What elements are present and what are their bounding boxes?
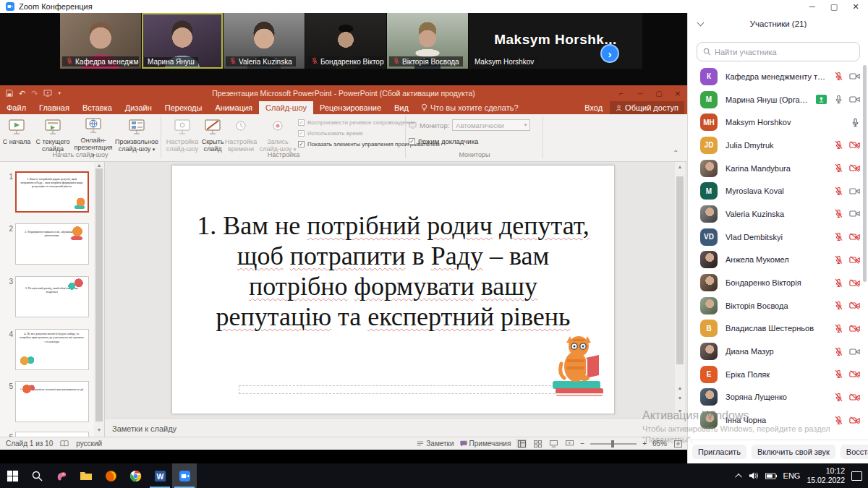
tell-me-box[interactable]: Что вы хотите сделать? xyxy=(415,101,524,114)
comments-toggle[interactable]: Примечания xyxy=(460,440,511,448)
previous-slide-icon[interactable]: ▲ xyxy=(675,385,685,392)
search-taskbar-icon[interactable] xyxy=(25,463,49,488)
zoom-taskbar-icon[interactable] xyxy=(172,463,197,488)
ribbon-checkbox[interactable]: ✓Использовать время xyxy=(298,130,363,137)
slide-thumbnail[interactable]: 3. Несцілений досвід, який обов'язково щ… xyxy=(15,276,89,317)
tab-слайд-шоу[interactable]: Слайд-шоу xyxy=(259,101,313,114)
save-icon[interactable] xyxy=(6,90,13,97)
tab-рецензирование[interactable]: Рецензирование xyxy=(313,101,388,114)
scroll-down-icon[interactable]: ▼ xyxy=(94,427,104,434)
slide-scrollbar[interactable]: ▲ ▲ ▼ ▼ xyxy=(675,162,685,418)
video-tile[interactable]: Бондаренко Вікторія xyxy=(305,13,386,69)
redo-icon[interactable]: ↷ xyxy=(31,89,38,98)
slide-thumbnail[interactable]: 1. Вам не потрібний родич депутат, щоб п… xyxy=(15,171,89,213)
zoom-level[interactable]: 65% xyxy=(652,440,667,448)
next-slide-icon[interactable]: ▼ xyxy=(675,395,685,402)
tab-файл[interactable]: Файл xyxy=(0,101,33,114)
participants-scrollbar[interactable] xyxy=(863,65,867,282)
ppt-close-button[interactable]: ✕ xyxy=(668,85,687,101)
slideshow-view-button[interactable] xyxy=(564,439,574,448)
participant-row[interactable]: MMyroslava Koval xyxy=(688,179,868,202)
slide-title-text[interactable]: 1. Вам не потрібний родич депутат, щоб п… xyxy=(192,210,594,332)
zoom-out-button[interactable]: − xyxy=(580,440,584,448)
maximize-button[interactable]: ▢ xyxy=(823,0,845,13)
tab-вид[interactable]: Вид xyxy=(388,101,415,114)
monitor-dropdown[interactable]: Автоматически▾ xyxy=(452,119,530,131)
participant-row[interactable]: ЕЕріка Поляк xyxy=(688,363,868,386)
language-tray-indicator[interactable]: ENG xyxy=(783,471,801,480)
tab-дизайн[interactable]: Дизайн xyxy=(119,101,158,114)
paint3d-taskbar-icon[interactable] xyxy=(49,463,74,488)
slide-thumbnail[interactable]: 2. Формування навколо себе «бульбашки» з… xyxy=(15,223,89,265)
ppt-minimize-button[interactable]: ─ xyxy=(631,85,650,101)
zoom-slider-thumb[interactable] xyxy=(611,440,614,448)
sign-in-button[interactable]: Вход xyxy=(584,103,603,112)
start-slideshow-icon[interactable] xyxy=(43,90,52,97)
proofing-icon[interactable] xyxy=(60,440,69,448)
close-button[interactable]: ✕ xyxy=(845,0,867,13)
minimize-button[interactable]: ─ xyxy=(801,0,823,13)
presenter-mode-checkbox[interactable]: ✓ Режим докладчика xyxy=(409,137,478,145)
participant-row[interactable]: ККафедра менеджменту та ад... (Я) xyxy=(688,65,868,88)
current-slide[interactable]: 1. Вам не потрібний родич депутат, щоб п… xyxy=(171,165,615,414)
notes-pane[interactable]: Заметки к слайду xyxy=(105,418,687,438)
tab-вставка[interactable]: Вставка xyxy=(76,101,119,114)
video-tile[interactable]: Maksym Horshk...Maksym Horshkov xyxy=(469,13,642,69)
unmute-button[interactable]: Включить свой звук xyxy=(752,445,835,459)
qat-customize-icon[interactable]: ▾ xyxy=(58,90,61,96)
participant-row[interactable]: Анжела Мукомел xyxy=(688,249,868,272)
share-button[interactable]: Общий доступ xyxy=(610,101,684,114)
participant-row[interactable]: Інна Чорна xyxy=(688,408,868,432)
video-tile[interactable]: Вікторія Воєвода xyxy=(387,13,468,69)
next-gallery-page-button[interactable]: › xyxy=(600,44,619,63)
firefox-taskbar-icon[interactable] xyxy=(98,463,123,488)
participant-row[interactable]: Диана Мазур xyxy=(688,340,868,363)
language-indicator[interactable]: русский xyxy=(76,440,102,448)
participant-row[interactable]: ММарина Януш (Организатор) xyxy=(688,88,868,111)
ribbon-display-options-icon[interactable]: ⌐ xyxy=(612,85,631,101)
slide-thumbnail[interactable] xyxy=(15,432,89,437)
participant-row[interactable]: MHMaksym Horshkov xyxy=(688,111,868,134)
participant-row[interactable]: Valeria Kuzinska xyxy=(688,202,868,226)
invite-button[interactable]: Пригласить xyxy=(692,445,746,459)
word-taskbar-icon[interactable]: W xyxy=(148,463,172,488)
participant-search-input[interactable]: Найти участника xyxy=(697,42,860,61)
participant-row[interactable]: Бондаренко Вікторія xyxy=(688,271,868,294)
chrome-taskbar-icon[interactable] xyxy=(123,463,148,488)
collapse-ribbon-icon[interactable]: ⌃ xyxy=(673,149,678,157)
notes-toggle[interactable]: Заметки xyxy=(417,440,454,448)
ppt-maximize-button[interactable]: ▢ xyxy=(650,85,668,101)
slide-thumbnail[interactable]: 4. Не всі депутати погані й беруть хабар… xyxy=(15,329,89,370)
show-hidden-icons-chevron[interactable] xyxy=(735,473,742,480)
battery-icon[interactable] xyxy=(765,473,777,479)
fit-to-window-button[interactable] xyxy=(673,439,683,448)
start-taskbar-icon[interactable] xyxy=(0,463,25,488)
video-tile[interactable]: Марина Януш xyxy=(142,13,223,69)
speaker-icon[interactable] xyxy=(749,471,759,480)
participant-row[interactable]: JDJulia Dmytruk xyxy=(688,134,868,157)
zoom-slider[interactable] xyxy=(590,443,637,445)
ribbon-checkbox[interactable]: ✓Воспроизвести речевое сопровождение xyxy=(298,119,415,126)
participant-row[interactable]: Вікторія Воєвода xyxy=(688,294,868,317)
restore-status-button[interactable]: Восстановить стату xyxy=(841,445,868,459)
participant-row[interactable]: VDVlad Dembitskyi xyxy=(688,226,868,249)
thumbnails-scrollbar[interactable]: ▲ ▼ xyxy=(94,162,104,437)
video-tile[interactable]: Valeria Kuzinska xyxy=(224,13,305,69)
participant-row[interactable]: Karina Mandybura xyxy=(688,157,868,180)
reading-view-button[interactable] xyxy=(548,439,558,448)
slide-thumbnail[interactable]: 5. Відповідальність за власні висловлюва… xyxy=(15,381,89,422)
tab-переходы[interactable]: Переходы xyxy=(158,101,209,114)
scroll-down-icon[interactable]: ▼ xyxy=(675,408,685,415)
scroll-up-icon[interactable]: ▲ xyxy=(675,163,685,171)
participant-row[interactable]: Зоряна Лущенко xyxy=(688,386,868,409)
slide-sorter-view-button[interactable] xyxy=(532,439,542,448)
participant-row[interactable]: ВВладислав Шестерньов xyxy=(688,317,868,341)
explorer-taskbar-icon[interactable] xyxy=(74,463,98,488)
slide-text-placeholder[interactable] xyxy=(239,385,587,394)
undo-icon[interactable]: ↶ xyxy=(19,89,25,98)
action-center-icon[interactable] xyxy=(851,471,862,481)
clock[interactable]: 10:12 15.02.2022 xyxy=(807,466,845,485)
zoom-in-button[interactable]: + xyxy=(642,440,647,448)
normal-view-button[interactable] xyxy=(516,439,527,448)
tab-анимация[interactable]: Анимация xyxy=(208,101,259,114)
